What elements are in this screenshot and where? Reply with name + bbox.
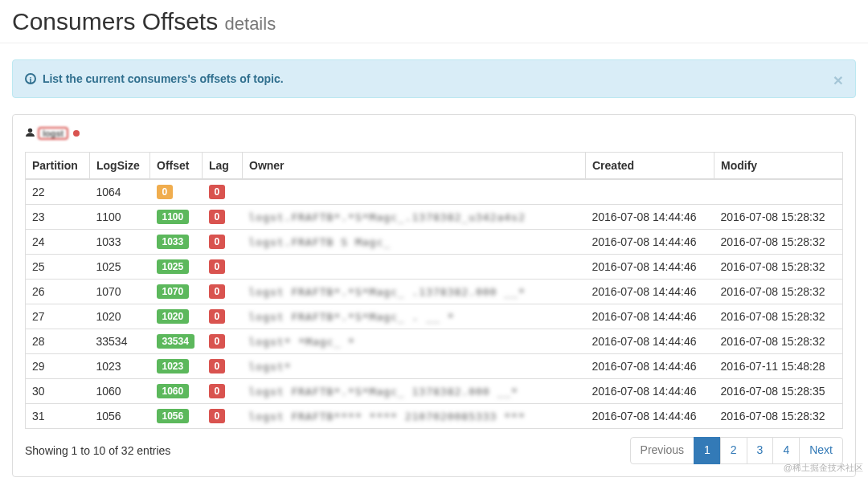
cell-modify: 2016-07-08 15:28:32 [714, 280, 843, 304]
page-item: Next [800, 437, 843, 464]
page-prev: Previous [630, 437, 694, 464]
cell-created: 2016-07-08 14:44:46 [586, 304, 714, 329]
owner-text: logst FRAFTB*.*S*Magc_ . __ * [249, 311, 455, 323]
cell-partition: 30 [26, 379, 90, 404]
owner-text: logst FRAFTB*.*S*Magc_ .1378382.000 __* [249, 286, 526, 298]
offset-badge: 0 [157, 185, 174, 199]
cell-partition: 26 [26, 280, 90, 304]
offsets-table: Partition LogSize Offset Lag Owner Creat… [25, 152, 843, 429]
info-icon: i [25, 73, 36, 84]
cell-lag: 0 [203, 280, 243, 304]
page-number[interactable]: 2 [720, 437, 747, 464]
cell-modify [714, 179, 843, 205]
cell-offset: 1100 [150, 205, 203, 230]
owner-text: logst* *Magc_ * [249, 336, 355, 348]
table-row: 2833534335340logst* *Magc_ *2016-07-08 1… [26, 329, 843, 354]
cell-offset: 1070 [150, 280, 203, 304]
owner-text: logst.FRAFTB*.*S*Magc_.1378382_u342a4s2 [249, 211, 526, 223]
cell-logsize: 1020 [90, 304, 150, 329]
col-partition[interactable]: Partition [26, 153, 90, 180]
cell-modify: 2016-07-08 15:28:32 [714, 230, 843, 255]
alert-text: List the current consumers's offsets of … [43, 72, 284, 85]
offset-badge: 33534 [157, 334, 194, 349]
cell-lag: 0 [203, 255, 243, 280]
owner-text: logst FRAFTB**** **** 2107020085333 *** [249, 410, 526, 422]
cell-logsize: 1100 [90, 205, 150, 230]
cell-partition: 31 [26, 404, 90, 429]
table-header-row: Partition LogSize Offset Lag Owner Creat… [26, 153, 843, 180]
cell-partition: 22 [26, 179, 90, 205]
cell-created: 2016-07-08 14:44:46 [586, 205, 714, 230]
lag-badge: 0 [209, 259, 226, 274]
lag-badge: 0 [209, 210, 226, 224]
cell-partition: 29 [26, 354, 90, 379]
cell-logsize: 1064 [90, 179, 150, 205]
cell-created: 2016-07-08 14:44:46 [586, 230, 714, 255]
lag-badge: 0 [209, 409, 226, 423]
offset-badge: 1056 [157, 409, 190, 423]
cell-logsize: 1060 [90, 379, 150, 404]
table-row: 30106010600logst FRAFTB*.*S*Magc_ 137838… [26, 379, 843, 404]
cell-offset: 1060 [150, 379, 203, 404]
cell-modify: 2016-07-08 15:28:32 [714, 205, 843, 230]
cell-owner: logst FRAFTB*.*S*Magc_ .1378382.000 __* [243, 280, 586, 304]
offsets-panel: logst Partition LogSize Offset Lag Owner… [12, 114, 856, 477]
cell-modify: 2016-07-08 15:28:32 [714, 329, 843, 354]
cell-owner: logst FRAFTB*.*S*Magc_ 1378382.000 __* [243, 379, 586, 404]
cell-created: 2016-07-08 14:44:46 [586, 255, 714, 280]
col-owner[interactable]: Owner [243, 153, 586, 180]
alert-close-button[interactable]: × [833, 71, 843, 90]
cell-logsize: 1023 [90, 354, 150, 379]
cell-created: 2016-07-08 14:44:46 [586, 404, 714, 429]
cell-partition: 27 [26, 304, 90, 329]
cell-partition: 23 [26, 205, 90, 230]
page-item: 4 [773, 437, 800, 464]
cell-offset: 1025 [150, 255, 203, 280]
page-number[interactable]: 4 [772, 437, 800, 464]
page-next[interactable]: Next [799, 437, 843, 464]
table-row: 31105610560logst FRAFTB**** **** 2107020… [26, 404, 843, 429]
cell-created: 2016-07-08 14:44:46 [586, 280, 714, 304]
cell-offset: 0 [150, 179, 203, 205]
cell-modify: 2016-07-08 15:28:32 [714, 404, 843, 429]
owner-text: logst.FRAFTB S Magc_ [249, 236, 391, 248]
page-item: 3 [747, 437, 774, 464]
lag-badge: 0 [209, 235, 226, 249]
cell-logsize: 1056 [90, 404, 150, 429]
page-number[interactable]: 3 [747, 437, 774, 464]
cell-partition: 28 [26, 329, 90, 354]
cell-lag: 0 [203, 179, 243, 205]
user-icon [25, 127, 35, 140]
offset-badge: 1033 [157, 235, 190, 249]
cell-created: 2016-07-08 14:44:46 [586, 354, 714, 379]
table-row: 25102510250 2016-07-08 14:44:462016-07-0… [26, 255, 843, 280]
page-item: Previous [631, 437, 694, 464]
col-lag[interactable]: Lag [203, 153, 243, 180]
cell-modify: 2016-07-08 15:28:32 [714, 255, 843, 280]
page-item: 1 [694, 437, 721, 464]
cell-owner: logst.FRAFTB*.*S*Magc_.1378382_u342a4s2 [243, 205, 586, 230]
cell-partition: 25 [26, 255, 90, 280]
cell-lag: 0 [203, 205, 243, 230]
table-row: 24103310330logst.FRAFTB S Magc_ 2016-07-… [26, 230, 843, 255]
page-title: Consumers Offsets details [12, 8, 276, 35]
col-modify[interactable]: Modify [714, 153, 843, 180]
owner-text: logst FRAFTB*.*S*Magc_ 1378382.000 __* [249, 386, 518, 398]
page-number[interactable]: 1 [694, 437, 721, 464]
table-row: 26107010700logst FRAFTB*.*S*Magc_ .13783… [26, 280, 843, 304]
col-created[interactable]: Created [586, 153, 714, 180]
offset-badge: 1070 [157, 284, 190, 299]
cell-owner: logst* [243, 354, 586, 379]
cell-modify: 2016-07-11 15:48:28 [714, 354, 843, 379]
col-logsize[interactable]: LogSize [90, 153, 150, 180]
title-text: Consumers Offsets [12, 8, 218, 35]
offset-badge: 1100 [157, 210, 190, 224]
consumer-chip[interactable]: logst [38, 127, 68, 140]
cell-logsize: 33534 [90, 329, 150, 354]
col-offset[interactable]: Offset [150, 153, 203, 180]
page-header: Consumers Offsets details [0, 0, 868, 43]
cell-lag: 0 [203, 329, 243, 354]
cell-offset: 1023 [150, 354, 203, 379]
svg-point-0 [28, 129, 32, 133]
offset-badge: 1020 [157, 309, 190, 324]
